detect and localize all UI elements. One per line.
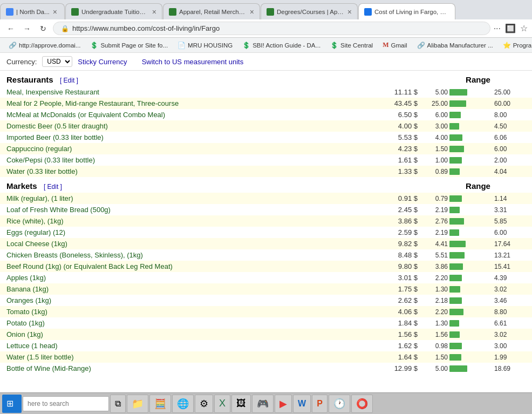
currency-separator	[132, 58, 136, 66]
tab-5[interactable]: Cost of Living in Fargo, North D...	[358, 3, 455, 19]
item-price: 4.00 $	[381, 120, 424, 132]
range-header-1: Range	[424, 177, 532, 193]
tab-1-favicon	[6, 8, 13, 16]
item-price: 9.82 $	[381, 238, 424, 249]
bookmark-1[interactable]: 🔗 http://approve.domai...	[4, 40, 85, 50]
range-bar	[449, 229, 459, 236]
tab-3[interactable]: Apparel, Retail Merchandising... ×	[163, 3, 260, 19]
item-price: 11.11 $	[381, 86, 424, 98]
tab-1[interactable]: | North Da... ×	[0, 3, 65, 19]
bookmark-8-icon: ⭐	[503, 42, 511, 49]
address-input[interactable]: 🔒 https://www.numbeo.com/cost-of-living/…	[53, 22, 490, 35]
range-bar-wrap	[449, 309, 493, 315]
item-price: 2.45 $	[381, 204, 424, 215]
bookmark-8[interactable]: ⭐ Programs	[499, 40, 532, 50]
page-content: Currency: USD EUR GBP Sticky Currency Sw…	[0, 53, 532, 374]
range-bar	[449, 112, 461, 118]
table-row: Eggs (regular) (12) 2.59 $ 2.19 6.00	[0, 227, 532, 238]
range-max: 15.41	[494, 263, 511, 270]
currency-bar: Currency: USD EUR GBP Sticky Currency Sw…	[0, 53, 532, 71]
tab-2-close[interactable]: ×	[152, 8, 156, 16]
section-edit-1[interactable]: [ Edit ]	[44, 183, 62, 191]
range-bar-wrap	[449, 354, 493, 361]
item-price: 8.48 $	[381, 249, 424, 261]
bookmark-4[interactable]: 💲 SBI! Action Guide - DA...	[238, 40, 325, 50]
bookmark-3[interactable]: 📄 MRU HOUSING	[173, 40, 237, 50]
item-price: 4.06 $	[381, 306, 424, 317]
bookmark-2-label: Submit Page or Site fo...	[100, 42, 168, 49]
item-name: Lettuce (1 head)	[0, 340, 381, 351]
range-cell: 5.00 18.69	[424, 363, 532, 374]
range-bar-wrap	[449, 263, 493, 270]
table-row: Coke/Pepsi (0.33 liter bottle) 1.61 $ 1.…	[0, 154, 532, 166]
range-max: 1.14	[494, 195, 511, 202]
range-max: 6.06	[494, 134, 511, 141]
range-bar-wrap	[449, 195, 493, 202]
item-name: Meal for 2 People, Mid-range Restaurant,…	[0, 98, 381, 109]
browser-chrome: | North Da... × Undergraduate Tuition - …	[0, 0, 532, 53]
extension-icon[interactable]: 🔲	[505, 23, 516, 33]
range-cell: 1.50 1.99	[424, 351, 532, 363]
range-cell: 1.56 3.02	[424, 329, 532, 340]
item-name: Domestic Beer (0.5 liter draught)	[0, 120, 381, 132]
item-price: 4.23 $	[381, 143, 424, 154]
range-bar	[449, 263, 463, 270]
range-bar	[449, 343, 462, 349]
range-min: 2.18	[431, 297, 448, 304]
range-bar-wrap	[449, 100, 493, 107]
bookmark-7[interactable]: 🔗 Alibaba Manufacturer ...	[413, 40, 497, 50]
section-edit-0[interactable]: [ Edit ]	[60, 77, 78, 84]
bookmark-3-icon: 📄	[178, 42, 186, 49]
tab-3-close[interactable]: ×	[250, 8, 254, 16]
bookmark-star-icon[interactable]: ☆	[520, 23, 528, 33]
tab-2[interactable]: Undergraduate Tuition - Fall 20... ×	[65, 3, 162, 19]
tab-4[interactable]: Degrees/Courses | Apparel, Me... ×	[261, 3, 358, 19]
range-bar	[449, 146, 464, 152]
table-row: Meal for 2 People, Mid-range Restaurant,…	[0, 98, 532, 109]
section-title-0: Restaurants	[6, 75, 53, 84]
address-icons: ··· 🔲 ☆	[494, 23, 528, 33]
item-price: 2.59 $	[381, 227, 424, 238]
range-min: 1.56	[431, 331, 448, 338]
range-max: 3.02	[494, 331, 511, 338]
range-min: 3.00	[431, 123, 448, 130]
range-max: 3.46	[494, 297, 511, 304]
item-name: Imported Beer (0.33 liter bottle)	[0, 132, 381, 143]
table-row: McMeal at McDonalds (or Equivalent Combo…	[0, 109, 532, 120]
forward-button[interactable]: →	[21, 22, 33, 35]
table-row: Meal, Inexpensive Restaurant 11.11 $ 5.0…	[0, 86, 532, 98]
bookmark-8-label: Programs	[513, 42, 532, 49]
range-min: 6.00	[431, 111, 448, 119]
measurement-link[interactable]: Switch to US measurement units	[142, 58, 244, 66]
range-min: 2.19	[431, 229, 448, 236]
item-name: Loaf of Fresh White Bread (500g)	[0, 204, 381, 215]
currency-select[interactable]: USD EUR GBP	[42, 56, 72, 67]
item-name: Milk (regular), (1 liter)	[0, 193, 381, 204]
tab-4-close[interactable]: ×	[347, 8, 352, 16]
range-min: 1.30	[431, 320, 448, 327]
range-bar-wrap	[449, 157, 493, 164]
range-min: 2.20	[431, 308, 448, 316]
range-cell: 2.18 3.46	[424, 295, 532, 306]
range-max: 3.02	[494, 286, 511, 293]
section-header-0: Restaurants [ Edit ] Range	[0, 71, 532, 86]
bookmark-2[interactable]: 💲 Submit Page or Site fo...	[86, 40, 172, 50]
tab-2-favicon	[71, 8, 79, 16]
range-bar-wrap	[449, 252, 493, 259]
range-min: 5.00	[431, 365, 448, 372]
bookmark-5[interactable]: 💲 Site Central	[326, 40, 377, 50]
item-name: Onion (1kg)	[0, 329, 381, 340]
sticky-currency-link[interactable]: Sticky Currency	[78, 58, 127, 66]
bookmark-6[interactable]: M Gmail	[378, 40, 411, 50]
item-price: 1.61 $	[381, 154, 424, 166]
tab-1-close[interactable]: ×	[53, 8, 57, 16]
range-bar	[449, 365, 467, 372]
range-bar	[449, 157, 462, 164]
item-price: 43.45 $	[381, 98, 424, 109]
menu-dots-icon[interactable]: ···	[494, 24, 501, 33]
range-bar	[449, 252, 465, 259]
reload-button[interactable]: ↻	[37, 22, 50, 35]
item-price: 5.53 $	[381, 132, 424, 143]
back-button[interactable]: ←	[4, 22, 17, 35]
range-max: 60.00	[494, 100, 511, 107]
